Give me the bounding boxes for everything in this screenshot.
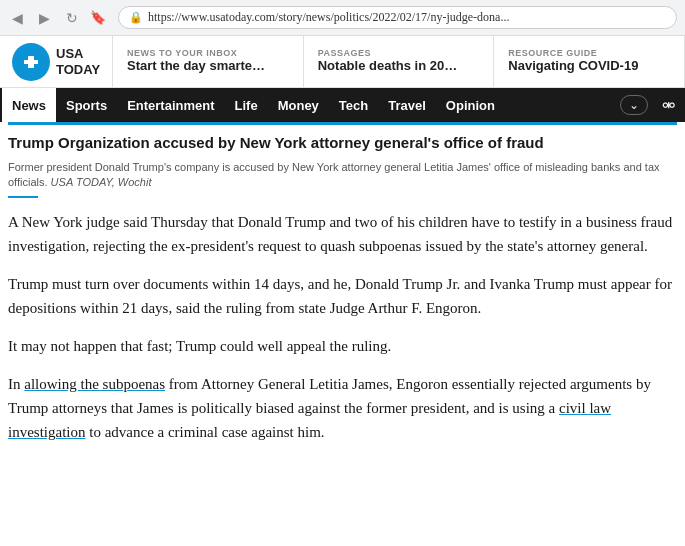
site-logo[interactable]: USATODAY	[0, 36, 113, 87]
nav-item-travel[interactable]: Travel	[378, 88, 436, 122]
refresh-button[interactable]: ↻	[62, 8, 82, 28]
nav-item-opinion[interactable]: Opinion	[436, 88, 505, 122]
para4-end: to advance a criminal case against him.	[86, 424, 325, 440]
article-body: A New York judge said Thursday that Dona…	[8, 210, 677, 444]
promo-passages-title: Notable deaths in 20…	[318, 58, 480, 75]
forward-button[interactable]: ▶	[35, 8, 54, 28]
usa-today-logo-icon	[19, 50, 43, 74]
promo-passages[interactable]: PASSAGES Notable deaths in 20…	[304, 36, 495, 87]
article-paragraph-2: Trump must turn over documents within 14…	[8, 272, 677, 320]
para4-prefix: In	[8, 376, 24, 392]
search-icon[interactable]: ⚮	[654, 96, 683, 115]
promo-resource-label: RESOURCE GUIDE	[508, 48, 670, 58]
back-button[interactable]: ◀	[8, 8, 27, 28]
article-headline: Trump Organization accused by New York a…	[8, 122, 677, 157]
logo-circle	[12, 43, 50, 81]
main-nav: News Sports Entertainment Life Money Tec…	[0, 88, 685, 122]
article-paragraph-3: It may not happen that fast; Trump could…	[8, 334, 677, 358]
lock-icon: 🔒	[129, 11, 143, 24]
article-paragraph-1: A New York judge said Thursday that Dona…	[8, 210, 677, 258]
nav-more-button[interactable]: ⌄	[620, 95, 648, 115]
promo-passages-label: PASSAGES	[318, 48, 480, 58]
logo-wordmark: USATODAY	[56, 46, 100, 77]
promo-banner: USATODAY NEWS TO YOUR INBOX Start the da…	[0, 36, 685, 88]
article-container: Trump Organization accused by New York a…	[0, 122, 685, 444]
url-text: https://www.usatoday.com/story/news/poli…	[148, 10, 509, 25]
browser-chrome: ◀ ▶ ↻ 🔖 🔒 https://www.usatoday.com/story…	[0, 0, 685, 36]
promo-inbox-label: NEWS TO YOUR INBOX	[127, 48, 289, 58]
nav-item-life[interactable]: Life	[225, 88, 268, 122]
nav-item-money[interactable]: Money	[268, 88, 329, 122]
nav-item-sports[interactable]: Sports	[56, 88, 117, 122]
article-subtext: Former president Donald Trump's company …	[8, 157, 677, 197]
promo-resource[interactable]: RESOURCE GUIDE Navigating COVID-19	[494, 36, 685, 87]
svg-rect-2	[24, 60, 38, 64]
nav-more-icon: ⌄	[629, 98, 639, 112]
article-paragraph-4: In allowing the subpoenas from Attorney …	[8, 372, 677, 444]
bookmark-icon[interactable]: 🔖	[90, 10, 106, 26]
blue-rule-divider	[8, 196, 38, 198]
promo-inbox-title: Start the day smarte…	[127, 58, 289, 75]
promo-resource-title: Navigating COVID-19	[508, 58, 670, 75]
nav-item-entertainment[interactable]: Entertainment	[117, 88, 224, 122]
allowing-subpoenas-link[interactable]: allowing the subpoenas	[24, 376, 165, 392]
promo-inbox[interactable]: NEWS TO YOUR INBOX Start the day smarte…	[113, 36, 304, 87]
nav-item-tech[interactable]: Tech	[329, 88, 378, 122]
address-bar[interactable]: 🔒 https://www.usatoday.com/story/news/po…	[118, 6, 677, 29]
nav-item-news[interactable]: News	[2, 88, 56, 122]
